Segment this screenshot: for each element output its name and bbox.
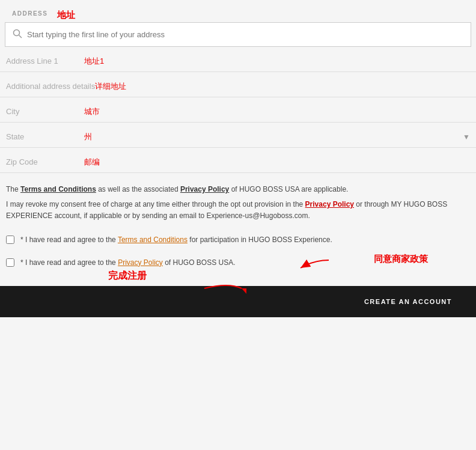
additional-address-input[interactable] [95, 82, 470, 91]
checkbox-privacy-row: * I have read and agree to the Privacy P… [0, 251, 476, 274]
checkbox-terms-link[interactable]: Terms and Conditions [118, 236, 188, 244]
zip-code-row: Zip Code [0, 148, 476, 173]
svg-line-1 [19, 35, 22, 38]
terms-block: The Terms and Conditions as well as the … [0, 173, 476, 228]
privacy-policy-link-2[interactable]: Privacy Policy [305, 200, 354, 208]
terms-text-prefix: The [6, 185, 20, 193]
create-account-arrow-icon [198, 279, 246, 299]
additional-address-label: Additional address details [6, 82, 95, 91]
address-label-cn: 地址 [57, 10, 75, 21]
checkbox-terms-row: * I have read and agree to the Terms and… [0, 228, 476, 251]
zip-code-input[interactable] [84, 157, 470, 166]
state-select[interactable]: 州 CA NY TX [84, 132, 470, 141]
create-account-annotation-cn: 完成注册 [108, 270, 147, 282]
checkbox-terms[interactable] [6, 236, 14, 244]
arrow-icon [296, 257, 332, 275]
state-row: State 州 CA NY TX ▼ [0, 123, 476, 148]
zip-code-label: Zip Code [6, 157, 84, 166]
create-account-button[interactable]: CREATE AN ACCOUNT [352, 290, 464, 314]
city-row: City [0, 97, 476, 123]
additional-address-row: Additional address details [0, 72, 476, 97]
agree-annotation-cn: 同意商家政策 [374, 252, 428, 266]
bottom-bar: 完成注册 CREATE AN ACCOUNT [0, 286, 476, 317]
address-line1-row: Address Line 1 [0, 47, 476, 72]
city-input[interactable] [84, 107, 470, 116]
chevron-down-icon: ▼ [463, 133, 470, 141]
state-label: State [6, 132, 84, 141]
address-section-label: ADDRESS [6, 10, 53, 20]
address-line1-label: Address Line 1 [6, 56, 84, 65]
address-search-input[interactable] [27, 30, 463, 39]
checkbox-privacy[interactable] [6, 258, 14, 267]
terms-and-conditions-link[interactable]: Terms and Conditions [20, 185, 96, 193]
address-line1-input[interactable] [84, 56, 470, 65]
address-search-box[interactable] [5, 22, 471, 47]
search-icon [13, 29, 22, 40]
state-select-wrapper: 州 CA NY TX [84, 132, 470, 141]
privacy-policy-link-1[interactable]: Privacy Policy [180, 185, 229, 193]
checkbox-privacy-text: * I have read and agree to the Privacy P… [20, 257, 236, 268]
checkbox-terms-text: * I have read and agree to the Terms and… [20, 234, 332, 245]
svg-point-0 [14, 30, 20, 36]
terms-revoke-text: I may revoke my consent free of charge a… [6, 200, 305, 208]
city-label: City [6, 107, 84, 116]
terms-text-middle: as well as the associated [98, 185, 180, 193]
terms-text-suffix: of HUGO BOSS USA are applicable. [231, 185, 349, 193]
checkbox-privacy-link[interactable]: Privacy Policy [118, 258, 163, 267]
